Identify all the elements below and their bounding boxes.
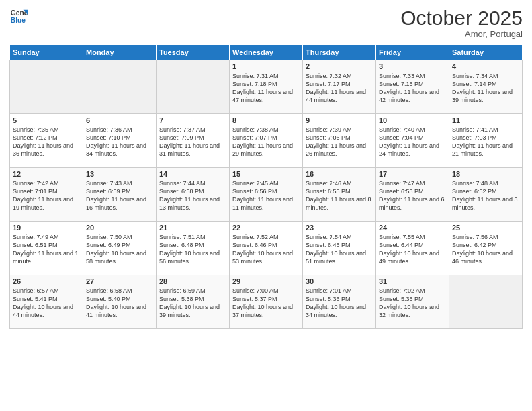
day-info: Sunrise: 7:44 AM Sunset: 6:58 PM Dayligh… — [159, 179, 226, 212]
table-row — [449, 275, 523, 329]
table-row: 5Sunrise: 7:35 AM Sunset: 7:12 PM Daylig… — [10, 114, 83, 168]
title-block: October 2025 Amor, Portugal — [400, 7, 523, 39]
day-info: Sunrise: 7:55 AM Sunset: 6:44 PM Dayligh… — [379, 233, 446, 266]
day-info: Sunrise: 7:42 AM Sunset: 7:01 PM Dayligh… — [13, 179, 80, 212]
day-info: Sunrise: 7:38 AM Sunset: 7:07 PM Dayligh… — [232, 126, 300, 158]
day-info: Sunrise: 7:02 AM Sunset: 5:35 PM Dayligh… — [379, 287, 446, 320]
table-row: 28Sunrise: 6:59 AM Sunset: 5:38 PM Dayli… — [157, 275, 230, 329]
table-row: 3Sunrise: 7:33 AM Sunset: 7:15 PM Daylig… — [376, 60, 449, 114]
calendar-table: Sunday Monday Tuesday Wednesday Thursday… — [9, 44, 523, 329]
day-info: Sunrise: 7:41 AM Sunset: 7:03 PM Dayligh… — [452, 126, 519, 158]
logo: General Blue — [9, 7, 28, 26]
day-info: Sunrise: 7:52 AM Sunset: 6:46 PM Dayligh… — [232, 233, 300, 266]
day-number: 23 — [306, 224, 373, 232]
table-row: 4Sunrise: 7:34 AM Sunset: 7:14 PM Daylig… — [449, 60, 523, 114]
col-tuesday: Tuesday — [157, 45, 230, 60]
day-info: Sunrise: 7:48 AM Sunset: 6:52 PM Dayligh… — [452, 179, 519, 212]
day-number: 9 — [306, 116, 373, 124]
calendar-week-row: 5Sunrise: 7:35 AM Sunset: 7:12 PM Daylig… — [10, 114, 523, 168]
table-row: 11Sunrise: 7:41 AM Sunset: 7:03 PM Dayli… — [449, 114, 523, 168]
table-row — [10, 60, 83, 114]
table-row: 2Sunrise: 7:32 AM Sunset: 7:17 PM Daylig… — [303, 60, 376, 114]
calendar-week-row: 26Sunrise: 6:57 AM Sunset: 5:41 PM Dayli… — [10, 275, 523, 329]
table-row: 12Sunrise: 7:42 AM Sunset: 7:01 PM Dayli… — [10, 168, 83, 222]
table-row: 31Sunrise: 7:02 AM Sunset: 5:35 PM Dayli… — [376, 275, 449, 329]
day-number: 25 — [452, 224, 519, 232]
day-number: 19 — [13, 224, 80, 232]
day-number: 13 — [86, 170, 153, 178]
col-friday: Friday — [376, 45, 449, 60]
table-row: 15Sunrise: 7:45 AM Sunset: 6:56 PM Dayli… — [230, 168, 303, 222]
col-wednesday: Wednesday — [230, 45, 303, 60]
table-row: 29Sunrise: 7:00 AM Sunset: 5:37 PM Dayli… — [230, 275, 303, 329]
day-info: Sunrise: 7:31 AM Sunset: 7:18 PM Dayligh… — [232, 72, 300, 105]
calendar-week-row: 1Sunrise: 7:31 AM Sunset: 7:18 PM Daylig… — [10, 60, 523, 114]
table-row — [83, 60, 157, 114]
day-info: Sunrise: 7:47 AM Sunset: 6:53 PM Dayligh… — [379, 179, 446, 212]
day-number: 16 — [306, 170, 373, 178]
day-info: Sunrise: 7:01 AM Sunset: 5:36 PM Dayligh… — [306, 287, 373, 320]
day-number: 20 — [86, 224, 153, 232]
col-sunday: Sunday — [10, 45, 83, 60]
month-title: October 2025 — [400, 7, 523, 29]
day-number: 30 — [306, 277, 373, 285]
day-number: 4 — [452, 62, 519, 71]
day-number: 5 — [13, 116, 80, 124]
day-number: 21 — [159, 224, 226, 232]
table-row: 6Sunrise: 7:36 AM Sunset: 7:10 PM Daylig… — [83, 114, 157, 168]
day-number: 26 — [13, 277, 80, 285]
day-number: 10 — [379, 116, 446, 124]
day-info: Sunrise: 7:00 AM Sunset: 5:37 PM Dayligh… — [232, 287, 300, 320]
col-monday: Monday — [83, 45, 157, 60]
table-row: 14Sunrise: 7:44 AM Sunset: 6:58 PM Dayli… — [157, 168, 230, 222]
day-number: 12 — [13, 170, 80, 178]
table-row: 21Sunrise: 7:51 AM Sunset: 6:48 PM Dayli… — [157, 222, 230, 275]
day-info: Sunrise: 6:58 AM Sunset: 5:40 PM Dayligh… — [86, 287, 153, 320]
table-row: 24Sunrise: 7:55 AM Sunset: 6:44 PM Dayli… — [376, 222, 449, 275]
table-row: 1Sunrise: 7:31 AM Sunset: 7:18 PM Daylig… — [230, 60, 303, 114]
table-row: 25Sunrise: 7:56 AM Sunset: 6:42 PM Dayli… — [449, 222, 523, 275]
table-row: 7Sunrise: 7:37 AM Sunset: 7:09 PM Daylig… — [157, 114, 230, 168]
day-info: Sunrise: 7:49 AM Sunset: 6:51 PM Dayligh… — [13, 233, 80, 266]
svg-text:Blue: Blue — [11, 17, 26, 24]
table-row: 23Sunrise: 7:54 AM Sunset: 6:45 PM Dayli… — [303, 222, 376, 275]
day-info: Sunrise: 7:56 AM Sunset: 6:42 PM Dayligh… — [452, 233, 519, 266]
day-number: 14 — [159, 170, 226, 178]
day-number: 8 — [232, 116, 300, 124]
table-row: 30Sunrise: 7:01 AM Sunset: 5:36 PM Dayli… — [303, 275, 376, 329]
table-row: 9Sunrise: 7:39 AM Sunset: 7:06 PM Daylig… — [303, 114, 376, 168]
day-number: 3 — [379, 62, 446, 71]
table-row: 8Sunrise: 7:38 AM Sunset: 7:07 PM Daylig… — [230, 114, 303, 168]
col-thursday: Thursday — [303, 45, 376, 60]
table-row: 22Sunrise: 7:52 AM Sunset: 6:46 PM Dayli… — [230, 222, 303, 275]
day-info: Sunrise: 7:40 AM Sunset: 7:04 PM Dayligh… — [379, 126, 446, 158]
table-row: 18Sunrise: 7:48 AM Sunset: 6:52 PM Dayli… — [449, 168, 523, 222]
table-row: 13Sunrise: 7:43 AM Sunset: 6:59 PM Dayli… — [83, 168, 157, 222]
day-info: Sunrise: 7:33 AM Sunset: 7:15 PM Dayligh… — [379, 72, 446, 105]
calendar-week-row: 12Sunrise: 7:42 AM Sunset: 7:01 PM Dayli… — [10, 168, 523, 222]
day-info: Sunrise: 6:59 AM Sunset: 5:38 PM Dayligh… — [159, 287, 226, 320]
day-info: Sunrise: 7:36 AM Sunset: 7:10 PM Dayligh… — [86, 126, 153, 158]
calendar-header-row: Sunday Monday Tuesday Wednesday Thursday… — [10, 45, 523, 60]
table-row — [157, 60, 230, 114]
day-info: Sunrise: 7:46 AM Sunset: 6:55 PM Dayligh… — [306, 179, 373, 212]
day-number: 29 — [232, 277, 300, 285]
day-info: Sunrise: 7:45 AM Sunset: 6:56 PM Dayligh… — [232, 179, 300, 212]
calendar-week-row: 19Sunrise: 7:49 AM Sunset: 6:51 PM Dayli… — [10, 222, 523, 275]
day-info: Sunrise: 7:35 AM Sunset: 7:12 PM Dayligh… — [13, 126, 80, 158]
day-number: 6 — [86, 116, 153, 124]
day-number: 7 — [159, 116, 226, 124]
day-info: Sunrise: 7:39 AM Sunset: 7:06 PM Dayligh… — [306, 126, 373, 158]
table-row: 20Sunrise: 7:50 AM Sunset: 6:49 PM Dayli… — [83, 222, 157, 275]
page-header: General Blue October 2025 Amor, Portugal — [9, 7, 523, 39]
logo-icon: General Blue — [9, 7, 28, 26]
day-info: Sunrise: 7:37 AM Sunset: 7:09 PM Dayligh… — [159, 126, 226, 158]
day-number: 28 — [159, 277, 226, 285]
day-info: Sunrise: 7:54 AM Sunset: 6:45 PM Dayligh… — [306, 233, 373, 266]
day-number: 18 — [452, 170, 519, 178]
location-subtitle: Amor, Portugal — [400, 29, 523, 39]
table-row: 27Sunrise: 6:58 AM Sunset: 5:40 PM Dayli… — [83, 275, 157, 329]
day-info: Sunrise: 7:32 AM Sunset: 7:17 PM Dayligh… — [306, 72, 373, 105]
day-info: Sunrise: 7:43 AM Sunset: 6:59 PM Dayligh… — [86, 179, 153, 212]
table-row: 17Sunrise: 7:47 AM Sunset: 6:53 PM Dayli… — [376, 168, 449, 222]
